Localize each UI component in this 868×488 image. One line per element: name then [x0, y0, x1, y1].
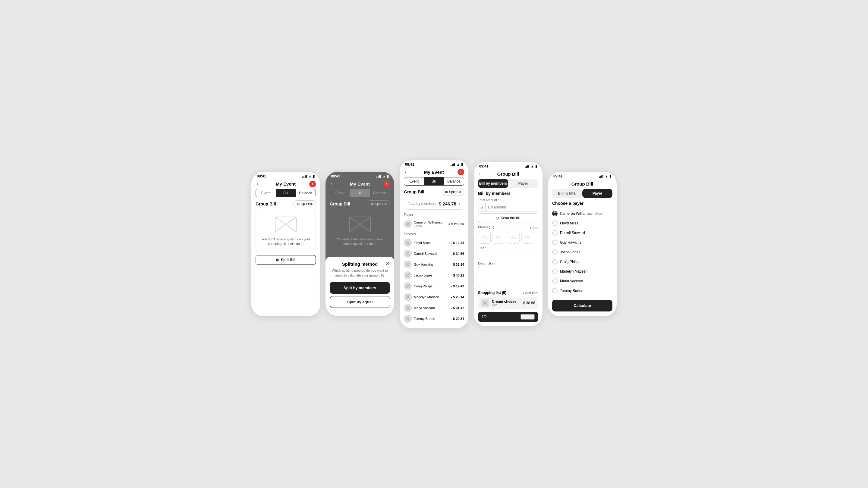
- tab-balance-3[interactable]: Balance: [444, 177, 464, 185]
- section-title-2: Group Bill: [330, 201, 350, 206]
- radio-row-5[interactable]: Craig Philips: [552, 257, 613, 267]
- tab-bill-3[interactable]: Bill: [424, 177, 444, 185]
- tab2-payer-5[interactable]: Payer: [582, 189, 613, 198]
- pagination-bar: 1/2 Next →: [478, 312, 538, 322]
- radio-row-7[interactable]: Maria Vaccaro: [552, 276, 613, 286]
- back-arrow-2[interactable]: ←: [330, 181, 335, 187]
- split-icon-3: ⊞: [445, 190, 448, 194]
- tab-bill-2[interactable]: Bill: [350, 189, 370, 197]
- status-bar-4: 09:41 ▲ ▮: [474, 162, 542, 170]
- payee-amount-2: - $ 32.14: [451, 263, 464, 266]
- radio-row-0[interactable]: Cameron Williamson (Host): [552, 209, 613, 218]
- payer-section: Payer Cameron Williamson (Host) + $ 219.…: [404, 213, 464, 230]
- phone-content-4: Bill by members Payer Bill by members To…: [474, 179, 542, 326]
- payee-name-1: Darrell Steward: [414, 252, 451, 255]
- battery-icon-1: ▮: [313, 174, 315, 178]
- screen-title-5: Group Bill: [571, 181, 593, 187]
- notification-badge-1: 1: [309, 181, 316, 187]
- tab-balance-1[interactable]: Balance: [296, 189, 315, 197]
- status-bar-5: 09:41 ▲ ▮: [548, 172, 617, 180]
- payee-avatar-2: [404, 261, 412, 268]
- split-bill-btn-main-1[interactable]: ⊞ Split Bill: [255, 255, 316, 265]
- split-bill-button-3[interactable]: ⊞ Split Bill: [442, 189, 464, 195]
- svg-rect-10: [511, 236, 516, 239]
- description-textarea[interactable]: [478, 266, 538, 287]
- next-btn[interactable]: Next →: [521, 314, 535, 320]
- tab-event-3[interactable]: Event: [404, 177, 424, 185]
- split-bill-button-1[interactable]: ⊞ Split Bill: [293, 200, 316, 207]
- radio-name-4: Jacob Jones: [560, 250, 580, 254]
- scan-icon: ⊟: [496, 216, 499, 220]
- notification-badge-2: 1: [383, 181, 390, 187]
- payer-tag: (Host): [414, 224, 422, 228]
- radio-row-8[interactable]: Tommy Burton: [552, 286, 613, 295]
- status-icons-2: ▲ ▮: [376, 174, 389, 178]
- tab2-payer[interactable]: Payer: [508, 179, 538, 188]
- section-title-3: Group Bill: [404, 190, 424, 194]
- tab2-bill-by-members[interactable]: Bill by members: [478, 179, 508, 188]
- tab-bill-1[interactable]: Bill: [276, 189, 296, 197]
- notification-badge-3: 1: [458, 169, 464, 175]
- bill-amount-input[interactable]: [486, 203, 538, 211]
- radio-name-7: Maria Vaccaro: [560, 279, 583, 283]
- calculate-btn[interactable]: Calculate: [552, 300, 613, 312]
- placeholder-svg-2: [348, 216, 372, 233]
- photo-slot-3[interactable]: [507, 231, 520, 244]
- modal-description: Which splitting method do you want to ap…: [330, 268, 390, 278]
- back-arrow-5[interactable]: ←: [552, 181, 558, 187]
- back-arrow-3[interactable]: ←: [404, 169, 409, 175]
- splitting-modal: ✕ Splitting method Which splitting metho…: [326, 257, 394, 316]
- payee-row-2: Guy Hawkins - $ 32.14: [404, 259, 464, 270]
- payee-row-7: Tommy Burton - $ 22.34: [404, 313, 464, 324]
- radio-row-1[interactable]: Floyd Miles: [552, 218, 613, 228]
- section-header-1: Group Bill ⊞ Split Bill: [255, 200, 316, 207]
- tab-bar2-5: Bill in total Payer: [552, 189, 613, 198]
- tab-event-2[interactable]: Event: [330, 189, 350, 197]
- screen-5: 09:41 ▲ ▮ ← Group Bill Bill in total Pay…: [548, 172, 617, 316]
- payees-list: Floyd Miles - $ 12.34 Darrell Steward - …: [404, 237, 464, 324]
- screen-title-2: My Event: [350, 181, 370, 187]
- modal-close-btn[interactable]: ✕: [385, 260, 390, 267]
- tab2-bill-in-total[interactable]: Bill in total: [552, 189, 582, 198]
- photo-slot-4[interactable]: [521, 231, 534, 244]
- tab-bar2-4: Bill by members Payer: [478, 179, 538, 188]
- phone-content-5: Bill in total Payer Choose a payer Camer…: [548, 189, 617, 316]
- payee-name-5: Madelyn Madsen: [414, 295, 451, 299]
- total-row[interactable]: Total by members $ 246.78 ›: [404, 198, 464, 210]
- split-bill-button-2[interactable]: ⊞ Split Bill: [368, 200, 390, 207]
- add-item-btn[interactable]: + Add item: [522, 291, 538, 295]
- photo-slot-1[interactable]: [478, 231, 491, 244]
- scan-bill-btn[interactable]: ⊟ Scan the bill: [478, 213, 538, 223]
- radio-circle-2: [552, 230, 558, 235]
- pagination-text: 1/2: [482, 315, 487, 319]
- shopping-list-title: Shopping list (5): [478, 291, 506, 295]
- placeholder-image-2: [348, 216, 372, 233]
- radio-row-3[interactable]: Guy Hawkins: [552, 238, 613, 247]
- payee-avatar-1: [404, 250, 412, 258]
- back-arrow-1[interactable]: ←: [255, 181, 261, 187]
- signal-icon-5: [599, 175, 603, 178]
- split-by-equal-btn[interactable]: Split by equal: [330, 296, 390, 308]
- radio-circle-5: [552, 259, 558, 264]
- title-input[interactable]: [478, 251, 538, 259]
- tab-event-1[interactable]: Event: [256, 189, 276, 197]
- photo-slot-icon-1: [482, 235, 487, 240]
- radio-row-4[interactable]: Jacob Jones: [552, 247, 613, 257]
- screen-title-4: Group Bill: [497, 171, 519, 176]
- radio-row-2[interactable]: Darrell Steward: [552, 228, 613, 238]
- back-arrow-4[interactable]: ←: [478, 171, 484, 177]
- svg-rect-12: [526, 236, 530, 239]
- choose-payer-title: Choose a payer: [552, 201, 613, 206]
- time-3: 09:41: [405, 162, 414, 167]
- svg-rect-8: [497, 236, 501, 239]
- signal-icon-3: [451, 163, 455, 166]
- photo-slots: [478, 231, 538, 244]
- tab-balance-2[interactable]: Balance: [370, 189, 390, 197]
- radio-row-6[interactable]: Madelyn Madsen: [552, 267, 613, 276]
- split-by-members-btn[interactable]: Split by members: [330, 282, 390, 294]
- item-sub-0: $12: [492, 304, 516, 307]
- photo-slot-2[interactable]: [493, 231, 505, 244]
- split-icon-2: ⊞: [371, 202, 374, 206]
- add-photos-btn[interactable]: + Add: [530, 226, 538, 230]
- radio-name-3: Guy Hawkins: [560, 240, 581, 245]
